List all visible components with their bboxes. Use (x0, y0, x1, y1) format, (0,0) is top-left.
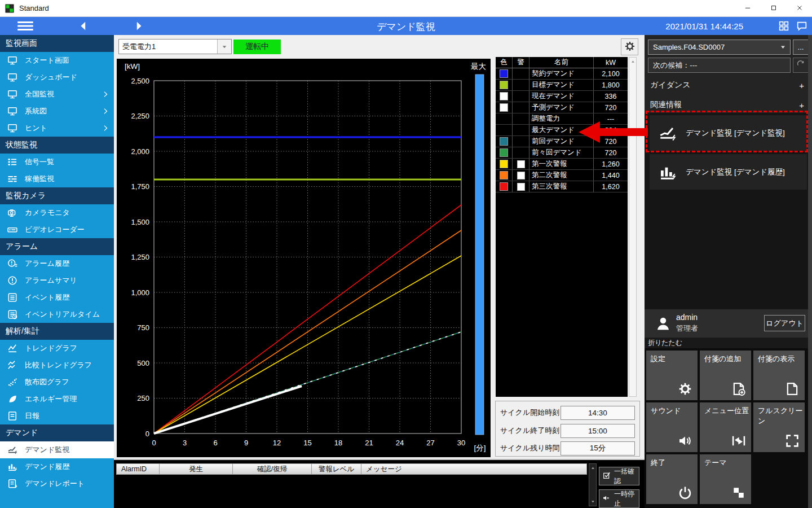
legend-row[interactable]: 契約デマンド2,100 (496, 68, 628, 80)
gear-icon (677, 381, 693, 397)
legend-row[interactable]: 第二次警報1,440 (496, 170, 628, 181)
tile-fullscreen-button[interactable]: フルスクリーン (753, 402, 805, 452)
sidebar-item[interactable]: スタート画面 (0, 52, 114, 69)
sidebar-item[interactable]: ヒント (0, 120, 114, 137)
sidebar-item[interactable]: 系統図 (0, 103, 114, 120)
event-history-icon (7, 292, 18, 303)
right-scrollbar[interactable] (808, 35, 812, 508)
legend-row[interactable]: 前々回デマンド720 (496, 147, 628, 159)
sidebar-item[interactable]: アラームサマリ (0, 272, 114, 289)
chart-settings-button[interactable] (621, 38, 638, 55)
legend-kw-cell: 720 (594, 147, 628, 158)
sidebar-section-header: 状態監視 (0, 137, 114, 154)
chevron-right-icon[interactable] (102, 90, 109, 98)
user-role: 管理者 (676, 323, 698, 334)
alarm-header-cell[interactable]: 警報レベル (312, 463, 361, 475)
sidebar-item[interactable]: ダッシュボード (0, 69, 114, 86)
chevron-right-icon[interactable] (102, 107, 109, 115)
minimize-icon (744, 4, 752, 14)
maximize-button[interactable] (761, 0, 786, 17)
legend-row[interactable]: 予測デマンド720 (496, 102, 628, 113)
signal-selector-dropdown[interactable]: 受電電力1 (118, 39, 232, 54)
sidebar-item[interactable]: デマンド履歴 (0, 458, 114, 475)
related-item[interactable]: デマンド監視 [デマンド履歴] (650, 154, 807, 190)
guidance-label: ガイダンス (650, 80, 691, 90)
legend-kw-cell: 1,440 (594, 170, 628, 181)
tile-theme-button[interactable]: テーマ (700, 454, 751, 504)
sidebar-item-label: 稼働監視 (25, 174, 54, 184)
legend-name-cell: 予測デマンド (529, 102, 594, 113)
alarm-checkbox[interactable] (517, 160, 525, 168)
legend-row[interactable]: 前回デマンド720 (496, 136, 628, 147)
legend-row[interactable]: 第一次警報1,260 (496, 159, 628, 170)
sidebar-item-label: エネルギー管理 (25, 394, 77, 404)
sidebar-item[interactable]: 散布図グラフ (0, 374, 114, 391)
scroll-down-icon[interactable] (590, 497, 595, 506)
color-swatch (500, 69, 508, 78)
sidebar-item[interactable]: 比較トレンドグラフ (0, 357, 114, 374)
chevron-down-icon[interactable] (775, 43, 790, 51)
minimize-button[interactable] (735, 0, 760, 17)
demand-chart-panel: 02505007501,0001,2501,5001,7502,0002,250… (117, 59, 491, 457)
legend-row[interactable]: 第三次警報1,620 (496, 181, 628, 192)
window-title: Standard (19, 4, 49, 12)
point-selector-dropdown[interactable]: Samples.F04.SD0007 (648, 40, 791, 55)
tile-speaker-button[interactable]: サウンド (646, 402, 698, 452)
chevron-down-icon[interactable] (217, 40, 231, 54)
sidebar-item[interactable]: 全国監視 (0, 86, 114, 103)
sidebar-item[interactable]: ビデオレコーダー (0, 221, 114, 238)
sidebar-item[interactable]: カメラモニタ (0, 204, 114, 221)
trend-icon (7, 343, 18, 354)
legend-alarm-cell (513, 147, 529, 158)
scroll-up-icon[interactable] (590, 464, 595, 472)
legend-alarm-cell (513, 125, 529, 135)
sidebar-item-label: 比較トレンドグラフ (25, 360, 92, 370)
sidebar-item[interactable]: アラーム履歴 (0, 255, 114, 272)
confirm-all-button[interactable]: 一括確認 (599, 467, 639, 485)
tile-power-button[interactable]: 終了 (646, 454, 698, 504)
refresh-button[interactable] (793, 58, 809, 73)
expand-plus-icon[interactable]: + (799, 81, 804, 90)
scroll-up-icon[interactable] (629, 58, 636, 65)
sidebar-item[interactable]: デマンド監視 (0, 441, 114, 458)
alarm-header-cell[interactable]: AlarmID (116, 463, 160, 475)
pause-sound-button[interactable]: 一時停止 (599, 489, 639, 508)
tile-note-button[interactable]: 付箋の表示 (753, 351, 805, 400)
sidebar-item[interactable]: 稼働監視 (0, 170, 114, 187)
alarm-scrollbar[interactable] (589, 463, 597, 506)
alarm-header-cell[interactable]: 発生 (160, 463, 233, 475)
sidebar-item[interactable]: 信号一覧 (0, 154, 114, 170)
svg-text:3: 3 (183, 439, 187, 447)
more-button[interactable]: ... (793, 40, 809, 55)
legend-row[interactable]: 目標デマンド1,800 (496, 80, 628, 91)
alarm-table-header: AlarmID発生確認/復帰警報レベルメッセージ (116, 463, 587, 475)
close-button[interactable] (787, 0, 812, 17)
sidebar-item[interactable]: デマンドレポート (0, 475, 114, 492)
chevron-right-icon[interactable] (102, 124, 109, 132)
tile-label: 設定 (651, 354, 665, 364)
guidance-section-header[interactable]: ガイダンス + (645, 78, 812, 93)
message-button[interactable] (795, 20, 809, 32)
tile-menu-position-button[interactable]: メニュー位置 (700, 402, 751, 452)
expand-plus-icon[interactable]: + (799, 100, 804, 110)
tile-gear-button[interactable]: 設定 (646, 351, 698, 400)
tile-label: 付箋の表示 (758, 354, 795, 364)
tile-note-add-button[interactable]: 付箋の追加 (700, 351, 751, 400)
layout-grid-button[interactable] (777, 20, 791, 32)
sidebar-item[interactable]: トレンドグラフ (0, 340, 114, 357)
logout-button[interactable]: ログアウト (764, 315, 805, 331)
legend-row[interactable]: 現在デマンド336 (496, 91, 628, 102)
alarm-checkbox[interactable] (517, 172, 525, 179)
sidebar-item[interactable]: イベントリアルタイム (0, 306, 114, 323)
sidebar-item[interactable]: 日報 (0, 408, 114, 424)
alarm-header-cell[interactable]: メッセージ (361, 463, 587, 475)
sidebar-item-label: イベント履歴 (25, 292, 69, 303)
sidebar-item[interactable]: エネルギー管理 (0, 391, 114, 408)
legend-scrollbar[interactable] (629, 57, 637, 397)
alarm-checkbox[interactable] (517, 183, 525, 191)
alarm-header-cell[interactable]: 確認/復帰 (233, 463, 312, 475)
legend-row[interactable]: 調整電力--- (496, 113, 628, 125)
sidebar-item[interactable]: イベント履歴 (0, 289, 114, 306)
sidebar-item-label: アラーム履歴 (25, 259, 69, 269)
collapse-label[interactable]: 折りたたむ (645, 338, 812, 348)
